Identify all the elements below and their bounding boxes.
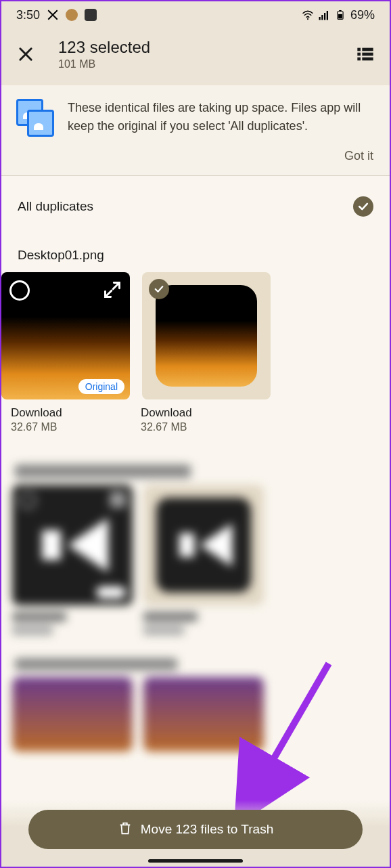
status-bar: 3:50 69% xyxy=(1,1,390,28)
info-card: These identical files are taking up spac… xyxy=(1,85,390,176)
selected-check-icon[interactable] xyxy=(149,279,169,299)
svg-rect-8 xyxy=(357,48,361,51)
x-app-icon xyxy=(47,9,59,21)
blurred-group-2 xyxy=(1,452,390,756)
svg-rect-12 xyxy=(357,58,361,61)
battery-percent: 69% xyxy=(350,8,375,22)
svg-rect-9 xyxy=(362,48,373,51)
all-duplicates-row[interactable]: All duplicates xyxy=(1,176,390,222)
expand-icon[interactable] xyxy=(103,280,122,299)
status-time: 3:50 xyxy=(16,8,40,22)
file-item-original[interactable]: Original Download 32.67 MB xyxy=(1,272,130,433)
bottom-bar: Move 123 files to Trash xyxy=(1,800,390,867)
all-duplicates-check-icon[interactable] xyxy=(353,196,373,217)
move-to-trash-button[interactable]: Move 123 files to Trash xyxy=(28,810,363,849)
thumbnail-row: Original Download 32.67 MB Download 32.6… xyxy=(1,272,390,433)
trash-button-label: Move 123 files to Trash xyxy=(141,822,273,837)
file-item-duplicate[interactable]: Download 32.67 MB xyxy=(137,272,265,433)
svg-point-0 xyxy=(307,18,308,20)
svg-rect-10 xyxy=(357,53,361,56)
original-badge: Original xyxy=(78,379,124,394)
file-size: 32.67 MB xyxy=(141,421,264,433)
trash-icon xyxy=(118,821,133,839)
selection-title: 123 selected xyxy=(58,38,356,57)
select-circle-icon[interactable] xyxy=(9,280,30,301)
close-icon[interactable] xyxy=(16,45,35,64)
selection-subtitle: 101 MB xyxy=(58,58,356,70)
svg-rect-2 xyxy=(321,15,323,20)
svg-rect-13 xyxy=(362,58,373,61)
svg-rect-7 xyxy=(339,10,342,12)
file-size: 32.67 MB xyxy=(11,421,129,433)
svg-rect-4 xyxy=(327,11,328,20)
app-icon-1 xyxy=(66,9,78,21)
duplicates-illustration-icon xyxy=(16,99,54,137)
svg-rect-11 xyxy=(362,53,373,56)
signal-icon xyxy=(318,9,330,21)
battery-icon xyxy=(334,9,346,21)
svg-rect-3 xyxy=(324,13,325,20)
wifi-icon xyxy=(302,9,314,21)
group-title: Desktop01.png xyxy=(1,222,390,272)
app-icon-2 xyxy=(85,9,97,21)
svg-rect-6 xyxy=(338,14,342,18)
file-location: Download xyxy=(11,406,129,420)
info-message: These identical files are taking up spac… xyxy=(68,99,375,135)
selection-topbar: 123 selected 101 MB xyxy=(1,28,390,85)
svg-rect-1 xyxy=(319,17,320,20)
all-duplicates-label: All duplicates xyxy=(18,199,93,214)
got-it-button[interactable]: Got it xyxy=(16,137,375,170)
file-location: Download xyxy=(141,406,264,420)
nav-handle[interactable] xyxy=(148,859,243,863)
view-list-icon[interactable] xyxy=(356,45,375,64)
